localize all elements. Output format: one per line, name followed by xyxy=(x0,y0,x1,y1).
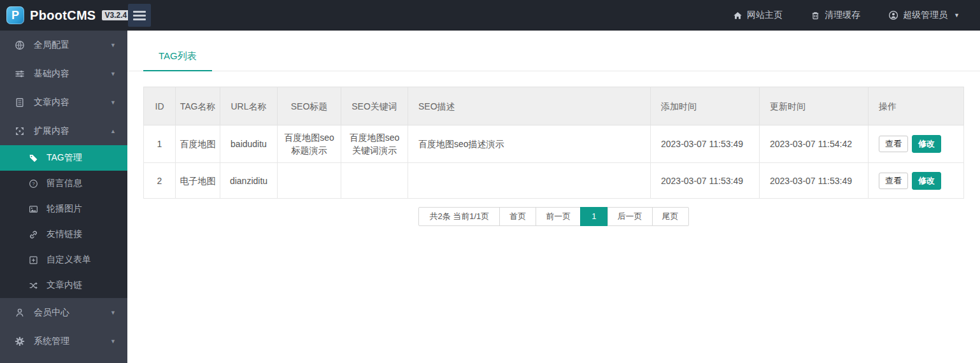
cell-actions: 查看修改 xyxy=(869,163,964,199)
cell-seo-desc xyxy=(408,163,651,199)
sidebar-item-carousel-images[interactable]: 轮播图片 xyxy=(0,196,127,222)
cell-url-name: baiduditu xyxy=(220,125,278,163)
col-header-actions: 操作 xyxy=(869,87,964,125)
edit-button[interactable]: 修改 xyxy=(912,172,941,190)
nav-label: 网站主页 xyxy=(747,10,783,21)
col-header-seo-desc: SEO描述 xyxy=(408,87,651,125)
cell-actions: 查看修改 xyxy=(869,125,964,163)
tab-tag-list[interactable]: TAG列表 xyxy=(143,50,212,71)
sidebar-item-label: 留言信息 xyxy=(46,178,82,189)
chevron-down-icon: ▼ xyxy=(954,12,960,18)
cell-seo-keywords xyxy=(341,163,408,199)
sidebar-item-tag-manage[interactable]: TAG管理 xyxy=(0,145,127,171)
brand-name: PbootCMS xyxy=(30,8,96,23)
cell-seo-keywords: 百度地图seo关键词演示 xyxy=(341,125,408,163)
cell-tag-name: 电子地图 xyxy=(176,163,220,199)
nav-label: 清理缓存 xyxy=(825,10,860,21)
pbootcms-logo-icon: P xyxy=(6,6,24,24)
sidebar-item-global-config[interactable]: 全局配置 ▼ xyxy=(0,31,127,59)
chevron-up-icon: ▲ xyxy=(110,128,116,134)
col-header-seo-keywords: SEO关键词 xyxy=(341,87,408,125)
nav-clear-cache[interactable]: 清理缓存 xyxy=(811,10,860,21)
sidebar-item-label: 轮播图片 xyxy=(46,203,82,215)
table-row: 2 电子地图 dianziditu 2023-03-07 11:53:49 20… xyxy=(144,163,964,199)
user-circle-icon xyxy=(888,10,898,20)
chevron-down-icon: ▼ xyxy=(110,310,116,316)
table-header-row: ID TAG名称 URL名称 SEO标题 SEO关键词 SEO描述 添加时间 更… xyxy=(144,87,964,125)
main-content: TAG列表 ID TAG名称 URL名称 SEO标题 SEO关键词 SEO描述 … xyxy=(127,31,980,363)
sidebar-item-label: 文章内容 xyxy=(34,97,101,108)
col-header-seo-title: SEO标题 xyxy=(278,87,341,125)
cell-added-time: 2023-03-07 11:53:49 xyxy=(651,163,760,199)
sidebar-item-system-manage[interactable]: 系统管理 ▼ xyxy=(0,327,127,355)
pagination-first-button[interactable]: 首页 xyxy=(499,207,536,226)
pagination: 共2条 当前1/1页 首页 前一页 1 后一页 尾页 xyxy=(127,207,980,226)
question-circle-icon: ? xyxy=(28,179,38,189)
member-icon xyxy=(14,308,25,318)
pagination-prev-button[interactable]: 前一页 xyxy=(536,207,581,226)
pagination-info: 共2条 当前1/1页 xyxy=(418,207,500,226)
sliders-icon xyxy=(14,69,25,79)
hamburger-menu-button[interactable] xyxy=(128,4,151,27)
globe-icon xyxy=(14,40,25,50)
arrows-expand-icon xyxy=(14,126,25,136)
col-header-updated-time: 更新时间 xyxy=(760,87,869,125)
col-header-id: ID xyxy=(144,87,176,125)
nav-admin-account[interactable]: 超级管理员 ▼ xyxy=(888,10,960,21)
trash-icon xyxy=(811,11,820,20)
pagination-next-button[interactable]: 后一页 xyxy=(607,207,653,226)
sidebar-item-member-center[interactable]: 会员中心 ▼ xyxy=(0,298,127,327)
brand: P PbootCMS V3.2.4 xyxy=(0,6,127,24)
tabbar: TAG列表 xyxy=(127,31,980,71)
image-icon xyxy=(28,204,38,214)
cell-added-time: 2023-03-07 11:53:49 xyxy=(651,125,760,163)
sidebar-item-message-info[interactable]: ? 留言信息 xyxy=(0,171,127,196)
cell-tag-name: 百度地图 xyxy=(176,125,220,163)
sidebar-item-basic-content[interactable]: 基础内容 ▼ xyxy=(0,59,127,88)
sidebar-item-label: TAG管理 xyxy=(46,152,82,164)
document-icon xyxy=(14,97,25,108)
svg-text:?: ? xyxy=(32,181,35,187)
sidebar-item-article-inner-links[interactable]: 文章内链 xyxy=(0,273,127,298)
shuffle-icon xyxy=(28,281,38,290)
col-header-url-name: URL名称 xyxy=(220,87,278,125)
sidebar-item-label: 友情链接 xyxy=(46,229,82,240)
col-header-tag-name: TAG名称 xyxy=(176,87,220,125)
chevron-down-icon: ▼ xyxy=(110,71,116,77)
sidebar-item-label: 会员中心 xyxy=(34,307,101,318)
chevron-down-icon: ▼ xyxy=(110,42,116,48)
cell-id: 1 xyxy=(144,125,176,163)
cell-id: 2 xyxy=(144,163,176,199)
sidebar-item-label: 文章内链 xyxy=(46,280,82,291)
version-badge: V3.2.4 xyxy=(102,10,131,20)
cell-updated-time: 2023-03-07 11:53:49 xyxy=(760,163,869,199)
cell-url-name: dianziditu xyxy=(220,163,278,199)
cell-seo-desc: 百度地图seo描述演示 xyxy=(408,125,651,163)
pagination-last-button[interactable]: 尾页 xyxy=(652,207,689,226)
pagination-page-1-button[interactable]: 1 xyxy=(580,207,607,226)
view-button[interactable]: 查看 xyxy=(879,136,908,152)
link-icon xyxy=(28,230,38,239)
pbootcms-admin: P PbootCMS V3.2.4 网站主页 清理缓存 xyxy=(0,0,980,363)
extended-content-submenu: TAG管理 ? 留言信息 轮播图片 友情链接 xyxy=(0,145,127,298)
sidebar-item-article-content[interactable]: 文章内容 ▼ xyxy=(0,88,127,117)
topbar-nav: 网站主页 清理缓存 超级管理员 ▼ xyxy=(733,10,980,21)
chevron-down-icon: ▼ xyxy=(110,338,116,345)
topbar: P PbootCMS V3.2.4 网站主页 清理缓存 xyxy=(0,0,980,31)
plus-square-icon xyxy=(28,255,38,265)
sidebar-item-friend-links[interactable]: 友情链接 xyxy=(0,222,127,247)
cell-seo-title: 百度地图seo标题演示 xyxy=(278,125,341,163)
edit-button[interactable]: 修改 xyxy=(912,135,941,153)
view-button[interactable]: 查看 xyxy=(879,173,908,189)
sidebar-item-label: 系统管理 xyxy=(34,336,101,347)
col-header-added-time: 添加时间 xyxy=(651,87,760,125)
nav-site-home[interactable]: 网站主页 xyxy=(733,10,783,21)
sidebar-item-custom-forms[interactable]: 自定义表单 xyxy=(0,247,127,273)
sidebar-item-extended-content[interactable]: 扩展内容 ▲ xyxy=(0,117,127,145)
tag-table: ID TAG名称 URL名称 SEO标题 SEO关键词 SEO描述 添加时间 更… xyxy=(143,87,964,199)
table-row: 1 百度地图 baiduditu 百度地图seo标题演示 百度地图seo关键词演… xyxy=(144,125,964,163)
sidebar-item-label: 自定义表单 xyxy=(46,254,91,266)
tag-icon xyxy=(28,153,38,163)
cell-updated-time: 2023-03-07 11:54:42 xyxy=(760,125,869,163)
sidebar-item-label: 全局配置 xyxy=(34,39,101,51)
